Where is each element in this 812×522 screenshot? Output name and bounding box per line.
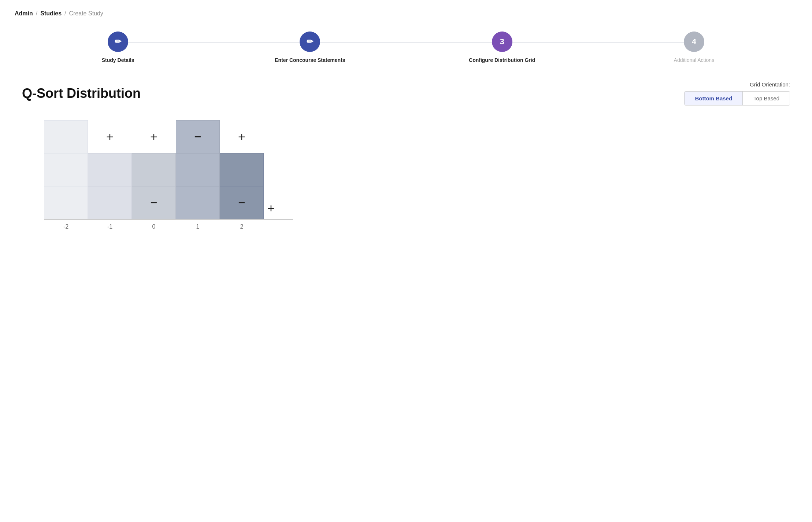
- main-content: Q-Sort Distribution Grid Orientation: Bo…: [0, 74, 812, 252]
- cell-neg1-top: [88, 153, 132, 186]
- col-2: + −: [220, 120, 264, 219]
- plus-right-2: +: [238, 120, 245, 153]
- breadcrumb-studies[interactable]: Studies: [40, 10, 62, 17]
- col-neg1: +: [88, 120, 132, 219]
- grid-orientation-label: Grid Orientation:: [750, 81, 790, 88]
- cell-1-mid: [176, 153, 220, 186]
- grid-orientation-group: Grid Orientation: Bottom Based Top Based: [684, 81, 790, 105]
- qsort-chart-area: + + − −: [22, 120, 790, 230]
- step-additional-actions: 4 Additional Actions: [598, 32, 790, 63]
- cell-2-top: [220, 153, 264, 186]
- x-label-neg2: -2: [44, 223, 88, 230]
- breadcrumb-sep-1: /: [36, 10, 37, 17]
- orientation-toggle: Bottom Based Top Based: [684, 91, 790, 105]
- step-study-details[interactable]: Study Details: [22, 32, 214, 63]
- step-label-2: Enter Concourse Statements: [275, 57, 345, 63]
- breadcrumb: Admin / Studies / Create Study: [0, 0, 812, 17]
- x-label-neg1: -1: [88, 223, 132, 230]
- step-circle-1: [108, 32, 128, 52]
- step-configure-grid[interactable]: 3 Configure Distribution Grid: [406, 32, 598, 63]
- step-circle-3: 3: [492, 32, 512, 52]
- page-title: Q-Sort Distribution: [22, 86, 141, 101]
- chart-wrapper: + + − −: [44, 120, 293, 230]
- cell-1-top: −: [176, 120, 220, 153]
- breadcrumb-admin[interactable]: Admin: [15, 10, 33, 17]
- x-axis-labels: -2 -1 0 1 2: [44, 223, 264, 230]
- step-num-4: 4: [692, 37, 696, 47]
- cell-0-bot: −: [132, 186, 176, 219]
- breadcrumb-current: Create Study: [69, 10, 103, 17]
- breadcrumb-sep-2: /: [64, 10, 66, 17]
- cell-1-bot: [176, 186, 220, 219]
- plus-far-right: +: [267, 201, 275, 219]
- cell-neg2-bot: [44, 186, 88, 219]
- step-num-3: 3: [500, 37, 504, 47]
- stepper: Study Details Enter Concourse Statements…: [0, 17, 812, 74]
- x-label-2: 2: [220, 223, 264, 230]
- plus-above-0: +: [150, 120, 157, 153]
- title-orientation-row: Q-Sort Distribution Grid Orientation: Bo…: [22, 81, 790, 105]
- step-label-4: Additional Actions: [674, 57, 715, 63]
- cell-neg1-bot: [88, 186, 132, 219]
- cell-0-top: [132, 153, 176, 186]
- pencil-icon-2: [307, 37, 313, 47]
- plus-above-neg1: +: [106, 120, 114, 153]
- step-circle-2: [300, 32, 320, 52]
- top-based-button[interactable]: Top Based: [743, 92, 790, 105]
- col-neg2: [44, 120, 88, 219]
- step-label-1: Study Details: [102, 57, 134, 63]
- step-label-3: Configure Distribution Grid: [469, 57, 535, 63]
- bottom-based-button[interactable]: Bottom Based: [685, 92, 743, 105]
- col-1: −: [176, 120, 220, 219]
- step-enter-concourse[interactable]: Enter Concourse Statements: [214, 32, 406, 63]
- connector-1: [128, 42, 300, 42]
- step-circle-4: 4: [684, 32, 704, 52]
- col-0: + −: [132, 120, 176, 219]
- cell-neg2-mid: [44, 153, 88, 186]
- connector-2: [320, 42, 492, 42]
- connector-3: [512, 42, 684, 42]
- pencil-icon-1: [115, 37, 121, 47]
- x-label-0: 0: [132, 223, 176, 230]
- cell-2-bot: −: [220, 186, 264, 219]
- cell-neg2-top: [44, 120, 88, 153]
- x-label-1: 1: [176, 223, 220, 230]
